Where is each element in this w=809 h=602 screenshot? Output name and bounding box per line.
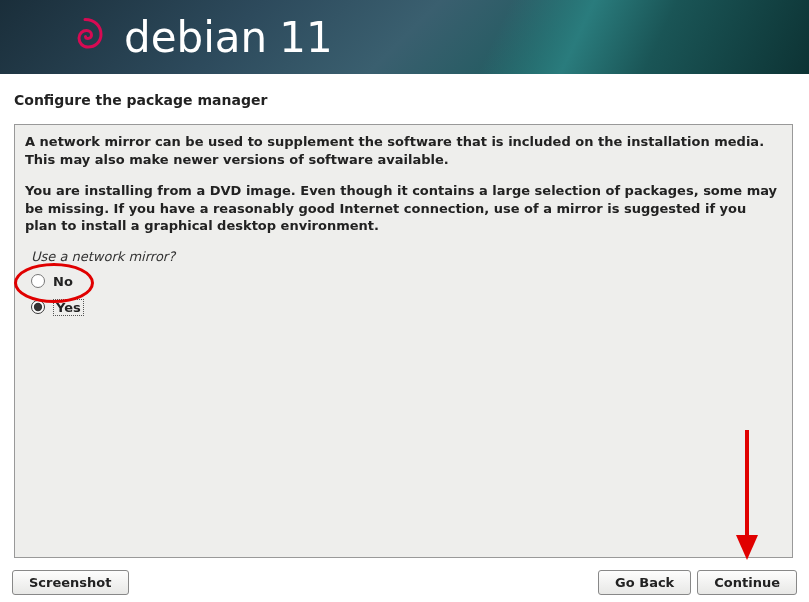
button-bar: Screenshot Go Back Continue — [12, 570, 797, 595]
continue-button[interactable]: Continue — [697, 570, 797, 595]
description-1: A network mirror can be used to suppleme… — [25, 133, 782, 168]
content-area: Configure the package manager A network … — [0, 74, 809, 558]
main-panel: A network mirror can be used to suppleme… — [14, 124, 793, 558]
radio-yes-label: Yes — [53, 299, 84, 316]
radio-option-yes[interactable]: Yes — [31, 299, 782, 316]
radio-option-no[interactable]: No — [31, 274, 782, 289]
brand-version: 11 — [279, 13, 332, 62]
question-text: Use a network mirror? — [31, 249, 782, 264]
brand-text: debian — [124, 13, 267, 62]
page-title: Configure the package manager — [14, 92, 795, 108]
radio-yes-input[interactable] — [31, 300, 45, 314]
button-right-group: Go Back Continue — [598, 570, 797, 595]
radio-group-mirror: No Yes — [31, 274, 782, 316]
go-back-button[interactable]: Go Back — [598, 570, 691, 595]
screenshot-button[interactable]: Screenshot — [12, 570, 129, 595]
installer-header: debian 11 — [0, 0, 809, 74]
debian-logo-icon — [60, 12, 110, 62]
radio-no-input[interactable] — [31, 274, 45, 288]
radio-no-label: No — [53, 274, 73, 289]
description-2: You are installing from a DVD image. Eve… — [25, 182, 782, 235]
